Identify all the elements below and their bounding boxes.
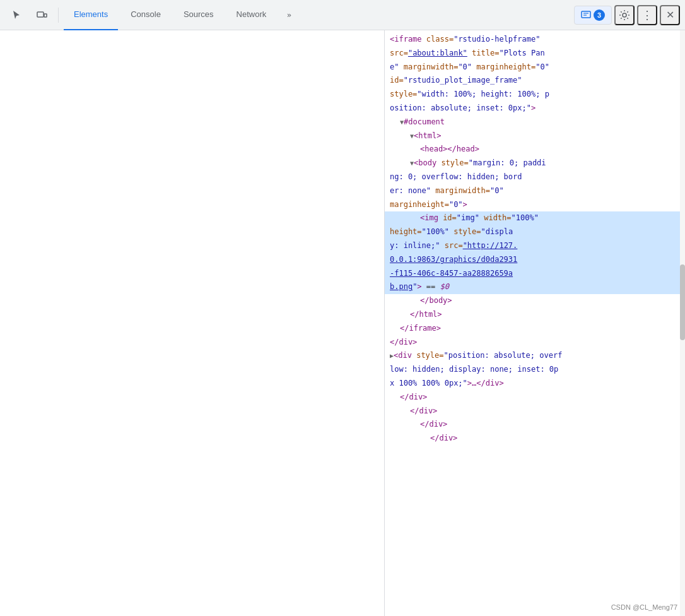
dom-line[interactable]: ▼<body style="margin: 0; paddi [385, 157, 685, 170]
dom-line[interactable]: height="100%" style="displa [385, 225, 685, 239]
dom-line[interactable]: src="about:blank" title="Plots Pan [385, 47, 685, 61]
dom-line[interactable]: style="width: 100%; height: 100%; p [385, 88, 685, 102]
dom-line[interactable]: </body> [385, 294, 685, 308]
dom-line[interactable]: x 100% 100% 0px;">…</div> [385, 377, 685, 391]
dom-line[interactable]: low: hidden; display: none; inset: 0p [385, 363, 685, 377]
dom-line[interactable]: ▶<div style="position: absolute; overf [385, 349, 685, 363]
tab-network[interactable]: Network [226, 0, 277, 30]
dom-line[interactable]: y: inline;" src="http://127. [385, 239, 685, 253]
dom-line[interactable]: <head></head> [385, 143, 685, 157]
svg-rect-1 [44, 14, 47, 17]
settings-button[interactable] [614, 5, 635, 25]
dom-line[interactable]: </div> [385, 336, 685, 350]
tab-elements[interactable]: Elements [64, 0, 118, 30]
dom-line[interactable]: </div> [385, 405, 685, 418]
dom-line[interactable]: ▼#document [385, 116, 685, 129]
dom-line[interactable]: </div> [385, 391, 685, 405]
cursor-icon-button[interactable] [5, 4, 28, 27]
more-options-button[interactable]: ⋮ [637, 5, 657, 25]
dom-line[interactable]: <img id="img" width="100%" [385, 211, 685, 225]
badge-count: 3 [594, 9, 605, 21]
dom-line[interactable]: </html> [385, 308, 685, 322]
messages-badge-button[interactable]: 3 [574, 6, 612, 25]
dom-line[interactable]: b.png"> == $0 [385, 280, 685, 294]
svg-rect-0 [37, 12, 44, 17]
tab-console[interactable]: Console [120, 0, 171, 30]
watermark: CSDN @CL_Meng77 [611, 603, 677, 611]
dom-line[interactable]: -f115-406c-8457-aa28882659a [385, 267, 685, 281]
dom-line[interactable]: 0.0.1:9863/graphics/d0da2931 [385, 253, 685, 267]
dom-line[interactable]: ng: 0; overflow: hidden; bord [385, 170, 685, 184]
close-devtools-button[interactable]: ✕ [660, 5, 680, 25]
responsive-icon-button[interactable] [30, 4, 53, 27]
dom-panel: <iframe class="rstudio-helpframe"src="ab… [385, 30, 685, 616]
more-tabs-button[interactable]: » [279, 5, 299, 25]
dom-line[interactable]: <iframe class="rstudio-helpframe" [385, 33, 685, 47]
svg-point-5 [623, 13, 626, 17]
dom-line[interactable]: ▼<html> [385, 129, 685, 143]
tab-sources[interactable]: Sources [173, 0, 224, 30]
dom-line[interactable]: er: none" marginwidth="0" [385, 184, 685, 198]
scrollbar-thumb[interactable] [680, 264, 685, 340]
dom-line[interactable]: </div> [385, 432, 685, 446]
toolbar-divider [58, 8, 59, 23]
dom-line[interactable]: id="rstudio_plot_image_frame" [385, 74, 685, 88]
dom-line[interactable]: e" marginwidth="0" marginheight="0" [385, 61, 685, 74]
dom-line[interactable]: </div> [385, 418, 685, 432]
dom-tree[interactable]: <iframe class="rstudio-helpframe"src="ab… [385, 30, 685, 616]
svg-rect-2 [582, 11, 590, 18]
scrollbar-track [680, 30, 685, 616]
dom-line[interactable]: </iframe> [385, 322, 685, 336]
left-panel [0, 30, 385, 616]
dom-line[interactable]: marginheight="0"> [385, 198, 685, 212]
main-layout: <iframe class="rstudio-helpframe"src="ab… [0, 30, 685, 616]
dom-line[interactable]: osition: absolute; inset: 0px;"> [385, 102, 685, 116]
devtools-toolbar: Elements Console Sources Network » 3 ⋮ ✕ [0, 0, 685, 30]
